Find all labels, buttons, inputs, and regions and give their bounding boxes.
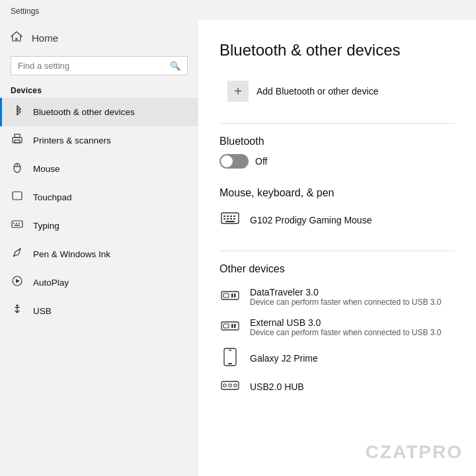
search-box[interactable]: 🔍: [11, 56, 188, 75]
svg-rect-17: [223, 216, 225, 217]
sidebar-item-mouse[interactable]: Mouse: [0, 155, 198, 183]
svg-rect-35: [228, 363, 232, 364]
printers-icon: [11, 133, 24, 148]
svg-rect-22: [227, 218, 229, 219]
mouse-device-info: G102 Prodigy Gaming Mouse: [250, 215, 372, 225]
mouse-device-name: G102 Prodigy Gaming Mouse: [250, 215, 372, 225]
home-label: Home: [32, 32, 58, 44]
other-device-desc-1: Device can perform faster when connected…: [250, 328, 441, 337]
mouse-keyboard-section-header: Mouse, keyboard, & pen: [219, 187, 455, 199]
svg-rect-8: [13, 223, 15, 224]
bluetooth-toggle-label: Off: [255, 156, 267, 167]
other-device-item-2[interactable]: Galaxy J2 Prime: [219, 342, 455, 374]
sidebar-item-bluetooth[interactable]: Bluetooth & other devices: [0, 98, 198, 126]
svg-rect-1: [15, 134, 20, 138]
sidebar-item-typing[interactable]: Typing: [0, 212, 198, 240]
mouse-keyboard-section: Mouse, keyboard, & pen: [219, 187, 455, 235]
pen-icon: [11, 247, 24, 262]
sidebar-item-label-mouse: Mouse: [33, 164, 60, 174]
other-device-item-0[interactable]: DataTraveler 3.0 Device can perform fast…: [219, 282, 455, 312]
sidebar-item-label-autoplay: AutoPlay: [33, 278, 69, 288]
svg-rect-33: [234, 324, 236, 328]
other-devices-list: DataTraveler 3.0 Device can perform fast…: [219, 282, 455, 399]
sidebar-item-pen[interactable]: Pen & Windows Ink: [0, 240, 198, 268]
other-device-name-3: USB2.0 HUB: [250, 381, 304, 392]
sidebar-item-label-bluetooth: Bluetooth & other devices: [33, 107, 135, 117]
svg-rect-31: [223, 324, 229, 328]
other-device-icon-2: [219, 348, 241, 369]
sidebar-home-item[interactable]: Home: [0, 22, 198, 54]
home-icon: [11, 30, 22, 46]
other-devices-header: Other devices: [219, 263, 455, 275]
svg-rect-10: [19, 223, 20, 224]
bluetooth-section: Bluetooth Off: [219, 136, 455, 169]
title-bar-label: Settings: [11, 7, 39, 16]
content-area: Bluetooth & other devices + Add Bluetoot…: [198, 20, 476, 476]
add-device-button[interactable]: + Add Bluetooth or other device: [219, 75, 386, 107]
svg-rect-36: [229, 350, 231, 351]
svg-rect-39: [229, 384, 231, 387]
svg-rect-30: [221, 322, 239, 330]
touchpad-icon: [11, 190, 24, 205]
svg-rect-28: [231, 294, 233, 298]
sidebar-item-usb[interactable]: USB: [0, 297, 198, 325]
sidebar: Home 🔍 Devices Bluetooth & other devices…: [0, 20, 198, 476]
sidebar-item-touchpad[interactable]: Touchpad: [0, 183, 198, 212]
search-icon: 🔍: [170, 61, 180, 71]
svg-rect-18: [227, 216, 229, 217]
sidebar-section-label: Devices: [0, 81, 198, 98]
sidebar-item-label-touchpad: Touchpad: [33, 192, 72, 202]
other-device-item-1[interactable]: External USB 3.0 Device can perform fast…: [219, 312, 455, 342]
add-device-icon: +: [227, 81, 249, 102]
sidebar-item-printers[interactable]: Printers & scanners: [0, 126, 198, 155]
other-device-desc-0: Device can perform faster when connected…: [250, 298, 441, 307]
other-device-icon-1: [219, 319, 241, 335]
svg-rect-37: [221, 381, 239, 389]
svg-rect-21: [223, 218, 225, 219]
svg-rect-23: [230, 218, 232, 219]
toggle-knob: [221, 155, 233, 167]
other-device-icon-0: [219, 289, 241, 305]
svg-rect-11: [15, 225, 20, 226]
svg-rect-9: [16, 223, 17, 224]
other-device-info-2: Galaxy J2 Prime: [250, 353, 318, 364]
svg-rect-29: [234, 294, 236, 298]
sidebar-item-label-usb: USB: [33, 306, 52, 316]
svg-rect-24: [233, 218, 235, 219]
typing-icon: [11, 218, 24, 233]
bluetooth-toggle-row: Off: [219, 154, 455, 169]
other-device-info-1: External USB 3.0 Device can perform fast…: [250, 317, 441, 337]
add-device-label: Add Bluetooth or other device: [257, 86, 378, 97]
other-device-item-3[interactable]: USB2.0 HUB: [219, 374, 455, 399]
keyboard-device-icon: [219, 211, 241, 229]
other-device-info-3: USB2.0 HUB: [250, 381, 304, 392]
svg-rect-7: [12, 221, 22, 227]
svg-rect-40: [234, 384, 237, 387]
bluetooth-icon: [11, 104, 24, 120]
svg-rect-15: [17, 305, 19, 306]
usb-icon: [11, 303, 24, 319]
svg-rect-2: [15, 140, 20, 143]
bluetooth-toggle[interactable]: [219, 154, 249, 169]
svg-point-12: [13, 256, 15, 257]
svg-rect-25: [225, 221, 235, 222]
other-device-name-0: DataTraveler 3.0: [250, 287, 441, 298]
sidebar-item-autoplay[interactable]: AutoPlay: [0, 268, 198, 297]
other-device-name-1: External USB 3.0: [250, 317, 441, 328]
mouse-device-item[interactable]: G102 Prodigy Gaming Mouse: [219, 206, 455, 235]
other-device-icon-3: [219, 379, 241, 394]
svg-rect-38: [223, 384, 226, 387]
other-devices-section: Other devices DataTraveler 3.0 Device ca…: [219, 263, 455, 399]
svg-rect-19: [230, 216, 232, 217]
sidebar-item-label-pen: Pen & Windows Ink: [33, 249, 110, 259]
svg-rect-6: [13, 192, 22, 200]
watermark: CZATPRO: [366, 442, 463, 463]
sidebar-item-label-typing: Typing: [33, 221, 60, 231]
svg-rect-27: [223, 294, 229, 298]
svg-rect-32: [231, 324, 233, 328]
search-input[interactable]: [18, 61, 170, 71]
other-device-name-2: Galaxy J2 Prime: [250, 353, 318, 364]
page-title: Bluetooth & other devices: [219, 41, 455, 60]
bluetooth-section-header: Bluetooth: [219, 136, 455, 147]
sidebar-items-list: Bluetooth & other devices Printers & sca…: [0, 98, 198, 325]
